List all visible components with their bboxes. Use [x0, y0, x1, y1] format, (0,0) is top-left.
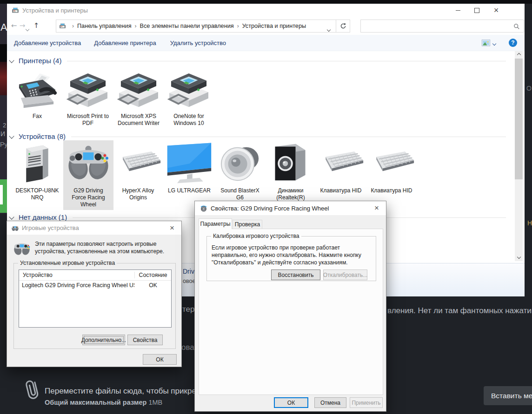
collapse-chevron-icon: [9, 214, 14, 219]
view-options-icon[interactable]: [481, 39, 491, 46]
view-options-chevron[interactable]: [493, 39, 496, 47]
tab-test[interactable]: Проверка: [233, 220, 262, 229]
max-size-label: Общий максимальный размер: [45, 399, 146, 406]
props-apply-button[interactable]: Применить: [350, 397, 383, 408]
bg-image-fragment: [0, 62, 7, 95]
device-item-desktop[interactable]: DESKTOP-U8NKNRQ: [12, 140, 62, 210]
game-devices-table[interactable]: Устройство Состояние Logitech G29 Drivin…: [19, 269, 172, 328]
recent-pages-chevron[interactable]: [26, 24, 29, 33]
item-label: G29 Driving Force Racing Wheel: [66, 187, 111, 208]
gamepad-icon: [65, 140, 112, 185]
breadcrumb-all-items[interactable]: Все элементы панели управления: [140, 23, 234, 29]
background-left-black-segment: [0, 44, 7, 63]
crumb-separator: ›: [135, 23, 137, 29]
location-icon: [59, 23, 66, 30]
search-icon[interactable]: [513, 23, 520, 30]
close-glyph: ×: [170, 223, 174, 233]
help-icon[interactable]: ?: [509, 39, 517, 47]
up-button[interactable]: ↑: [32, 21, 40, 30]
device-item-sound-blaster[interactable]: Sound BlasterX G6: [215, 140, 265, 210]
calibration-groupbox: Калибровка игрового устройства Если игро…: [206, 236, 376, 281]
back-button[interactable]: ←: [10, 21, 18, 30]
bg-fragment-h: H: [527, 219, 532, 227]
restore-button[interactable]: Восстановить: [271, 269, 320, 280]
close-button[interactable]: ×: [487, 4, 505, 17]
devices-printers-app-icon: [12, 7, 19, 14]
insert-media-button[interactable]: Вставить мед: [484, 386, 532, 405]
printer-icon: [115, 70, 162, 111]
window-titlebar[interactable]: Устройства и принтеры ×: [7, 4, 525, 18]
computer-tower-icon: [20, 140, 54, 185]
search-input[interactable]: [363, 21, 513, 32]
table-header-row[interactable]: Устройство Состояние: [19, 270, 171, 281]
remove-device-command[interactable]: Удалить устройство: [170, 39, 226, 46]
dialog-intro-text: Эти параметры позволяют настроить игровы…: [35, 240, 185, 255]
gamepad-body-icon: [13, 241, 31, 256]
dialog-title: Игровые устройства: [22, 224, 79, 231]
game-dialog-ok-button[interactable]: ОК: [143, 354, 177, 365]
calibrate-button[interactable]: Откалибровать...: [323, 269, 367, 280]
device-item-hyperx-keyboard[interactable]: HyperX Alloy Origins: [113, 140, 163, 210]
dialog-titlebar[interactable]: Игровые устройства ×: [7, 221, 181, 235]
device-item-lg-monitor[interactable]: LG ULTRAGEAR: [164, 140, 214, 210]
breadcrumb-control-panel[interactable]: Панель управления: [77, 23, 132, 29]
dialog-close-button[interactable]: ×: [163, 221, 181, 235]
calibration-text: Если игровое устройство при проверке раб…: [212, 244, 375, 266]
item-label: OneNote for Windows 10: [166, 113, 211, 127]
minimize-glyph: [456, 10, 460, 11]
item-label: HyperX Alloy Origins: [116, 187, 160, 201]
printer-item-onenote[interactable]: OneNote for Windows 10: [164, 70, 214, 127]
scroll-up-button[interactable]: [515, 51, 523, 58]
advanced-button[interactable]: Дополнительно...: [82, 335, 125, 345]
props-cancel-button[interactable]: Отмена: [314, 397, 346, 408]
maximize-button[interactable]: [468, 4, 485, 17]
add-printer-command[interactable]: Добавление принтера: [94, 39, 156, 46]
properties-button[interactable]: Свойства: [127, 335, 163, 345]
item-label: Sound BlasterX G6: [218, 187, 262, 201]
column-header-status[interactable]: Состояние: [134, 272, 171, 278]
max-size-value: 1MB: [148, 399, 162, 406]
device-item-hid-keyboard-1[interactable]: Клавиатура HID: [316, 140, 366, 210]
monitor-icon: [165, 140, 214, 185]
address-bar-row: ← → ↑ › Панель управления › Все элементы…: [7, 18, 525, 35]
printer-item-fax[interactable]: Fax: [12, 70, 62, 120]
vertical-scrollbar[interactable]: [515, 51, 523, 261]
window-title: Устройства и принтеры: [22, 7, 88, 14]
racing-wheel-icon: [200, 204, 208, 212]
device-item-g29-wheel[interactable]: G29 Driving Force Racing Wheel: [63, 140, 113, 210]
forward-button[interactable]: →: [18, 21, 27, 30]
column-header-device[interactable]: Устройство: [19, 272, 134, 278]
groupbox-label: Калибровка игрового устройства: [211, 233, 301, 239]
scroll-down-button[interactable]: [515, 254, 523, 262]
scrollbar-thumb[interactable]: [515, 59, 523, 179]
props-ok-button[interactable]: ОК: [274, 397, 308, 408]
dialog-close-button[interactable]: ×: [367, 201, 386, 215]
section-header-devices[interactable]: Устройства (8): [10, 131, 506, 141]
collapse-chevron-icon: [9, 133, 14, 138]
keyboard-icon: [367, 140, 416, 185]
minimize-button[interactable]: [449, 4, 467, 17]
device-item-hid-keyboard-2[interactable]: Клавиатура HID: [366, 140, 417, 210]
close-glyph: ×: [494, 6, 499, 15]
printer-item-xps-writer[interactable]: Microsoft XPS Document Writer: [113, 70, 164, 127]
dialog-titlebar[interactable]: Свойства: G29 Driving Force Racing Wheel…: [195, 201, 386, 215]
printer-item-print-to-pdf[interactable]: Microsoft Print to PDF: [63, 70, 113, 127]
section-header-printers[interactable]: Принтеры (4): [10, 56, 506, 65]
add-device-command[interactable]: Добавление устройства: [14, 39, 81, 46]
refresh-button[interactable]: [336, 20, 350, 33]
tab-parameters[interactable]: Параметры: [199, 218, 232, 229]
bg-fragment-o: O: [526, 85, 532, 92]
address-box[interactable]: › Панель управления › Все элементы панел…: [56, 20, 336, 33]
table-row[interactable]: Logitech G29 Driving Force Racing Wheel …: [19, 281, 171, 290]
address-dropdown-chevron[interactable]: [327, 25, 330, 33]
installed-devices-groupbox: Установленные игровые устройства Устройс…: [13, 263, 176, 349]
bg-fragment-i: И: [0, 130, 5, 138]
breadcrumb-devices-printers[interactable]: Устройства и принтеры: [242, 23, 306, 29]
device-status-cell[interactable]: OK: [134, 282, 171, 289]
device-name-cell[interactable]: Logitech G29 Driving Force Racing Wheel …: [19, 282, 134, 289]
search-box[interactable]: [360, 20, 524, 33]
keyboard-icon: [114, 140, 162, 185]
item-label: Fax: [33, 113, 42, 120]
device-item-speakers-realtek[interactable]: Динамики (Realtek(R): [266, 140, 316, 210]
bg-fragment-ru: Ру: [0, 141, 7, 148]
